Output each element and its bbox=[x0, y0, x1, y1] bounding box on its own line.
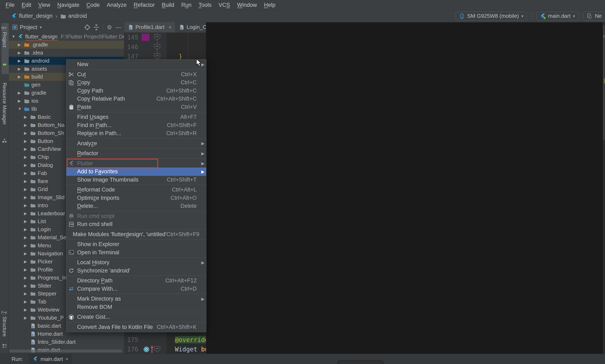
menu-item-new[interactable]: New▶ bbox=[66, 60, 206, 69]
expand-arrow-icon[interactable]: ▶ bbox=[18, 58, 24, 63]
chevron-down-icon[interactable]: ▾ bbox=[40, 25, 42, 30]
close-icon[interactable]: × bbox=[169, 24, 171, 30]
menu-item-reformat-code[interactable]: Reformat CodeCtrl+Alt+L bbox=[66, 186, 206, 194]
menubar-item-navigate[interactable]: Navigate bbox=[54, 2, 83, 8]
menu-item-copy-relative-path[interactable]: Copy Relative PathCtrl+Alt+Shift+C bbox=[66, 95, 206, 103]
menubar-item-refactor[interactable]: Refactor bbox=[130, 2, 158, 8]
menu-item-analyze[interactable]: Analyze▶ bbox=[66, 140, 206, 148]
expand-arrow-icon[interactable]: ▶ bbox=[24, 131, 30, 135]
stripe-tab-1-project[interactable]: 1: Project bbox=[2, 26, 7, 47]
menu-item-show-in-explorer[interactable]: Show in Explorer bbox=[66, 240, 206, 248]
expand-arrow-icon[interactable]: ▶ bbox=[18, 66, 24, 71]
color-preview-swatch[interactable] bbox=[142, 34, 149, 41]
fold-marker-icon[interactable] bbox=[154, 34, 161, 41]
expand-arrow-icon[interactable]: ▶ bbox=[24, 267, 30, 272]
close-icon[interactable]: × bbox=[65, 356, 68, 362]
menu-item-optimize-imports[interactable]: Optimize ImportsCtrl+Alt+O bbox=[66, 194, 206, 202]
menubar-item-analyze[interactable]: Analyze bbox=[103, 2, 130, 8]
expand-arrow-icon[interactable]: ▶ bbox=[18, 91, 24, 95]
expand-arrow-icon[interactable]: ▶ bbox=[24, 284, 30, 288]
expand-arrow-icon[interactable]: ▶ bbox=[24, 179, 30, 184]
implements-arrow-icon[interactable] bbox=[150, 345, 154, 353]
menu-item-make-modules-flutterdesign-untitled-[interactable]: Make Modules 'flutterdesign', 'untitled'… bbox=[66, 230, 206, 239]
expand-arrow-icon[interactable]: ▶ bbox=[18, 74, 24, 79]
hide-panel-button[interactable]: — bbox=[115, 24, 122, 31]
horizontal-scrollbar[interactable] bbox=[9, 350, 122, 352]
menu-item-directory-path[interactable]: Directory PathCtrl+Alt+F12 bbox=[66, 277, 206, 285]
expand-arrow-icon[interactable]: ▶ bbox=[18, 99, 24, 103]
menu-item-copy[interactable]: CopyCtrl+C bbox=[66, 78, 206, 87]
menubar-item-help[interactable]: Help bbox=[260, 2, 279, 8]
expand-arrow-icon[interactable]: ▶ bbox=[24, 299, 30, 304]
menu-item-refactor[interactable]: Refactor▶ bbox=[66, 149, 206, 158]
project-panel-title[interactable]: Project bbox=[20, 24, 37, 31]
expand-arrow-icon[interactable]: ▶ bbox=[24, 195, 30, 200]
locate-file-button[interactable] bbox=[84, 24, 91, 31]
menu-item-compare-with-[interactable]: Compare With...Ctrl+D bbox=[66, 285, 206, 293]
stripe-tab-7-structure[interactable]: 7: Structure bbox=[2, 311, 7, 337]
settings-gear-button[interactable]: ⚙ bbox=[106, 24, 113, 31]
expand-arrow-icon[interactable]: ▶ bbox=[24, 251, 30, 256]
device-selector[interactable]: SM G925W8 (mobile) ▾ bbox=[456, 12, 527, 21]
expand-arrow-icon[interactable]: ▶ bbox=[24, 147, 30, 151]
expand-arrow-icon[interactable]: ▶ bbox=[24, 139, 30, 143]
new-device-button[interactable]: Ne bbox=[583, 12, 605, 21]
expand-arrow-icon[interactable]: ▶ bbox=[24, 123, 30, 128]
menu-item-open-in-terminal[interactable]: Open in Terminal bbox=[66, 248, 206, 257]
expand-arrow-icon[interactable]: ▶ bbox=[18, 42, 24, 47]
fold-marker-icon[interactable] bbox=[154, 53, 161, 60]
menu-item-show-image-thumbnails[interactable]: Show Image ThumbnailsCtrl+Shift+T bbox=[66, 176, 206, 184]
fold-marker-icon[interactable] bbox=[154, 44, 161, 51]
expand-arrow-icon[interactable]: ▶ bbox=[24, 155, 30, 159]
menubar-item-window[interactable]: Window bbox=[234, 2, 260, 8]
run-tab[interactable]: main.dart × bbox=[29, 354, 72, 364]
menu-item-create-gist-[interactable]: Create Gist... bbox=[66, 313, 206, 321]
menu-item-synchronize-android-[interactable]: Synchronize 'android' bbox=[66, 267, 206, 275]
menu-item-find-usages[interactable]: Find UsagesAlt+F7 bbox=[66, 113, 206, 121]
tree-row-intro-slider-dart[interactable]: Intro_Slider.dart bbox=[9, 338, 124, 346]
expand-arrow-icon[interactable]: ▶ bbox=[24, 275, 30, 280]
tree-row--gradle[interactable]: ▶.gradle bbox=[9, 41, 124, 49]
expand-arrow-icon[interactable]: ▶ bbox=[24, 163, 30, 168]
menubar-item-build[interactable]: Build bbox=[158, 2, 178, 8]
breadcrumb-folder[interactable]: android bbox=[68, 13, 87, 19]
expand-arrow-icon[interactable]: ▶ bbox=[24, 211, 30, 216]
menu-item-delete-[interactable]: Delete...Delete bbox=[66, 202, 206, 210]
menu-item-copy-path[interactable]: Copy PathCtrl+Shift+C bbox=[66, 87, 206, 95]
expand-arrow-icon[interactable]: ▶ bbox=[24, 259, 30, 264]
expand-arrow-icon[interactable]: ▶ bbox=[24, 291, 30, 296]
menu-item-find-in-path-[interactable]: Find in Path...Ctrl+Shift+F bbox=[66, 121, 206, 130]
expand-arrow-icon[interactable]: ▶ bbox=[24, 187, 30, 192]
menubar-item-file[interactable]: File bbox=[2, 2, 18, 8]
cutoff-popup-button[interactable] bbox=[337, 361, 383, 364]
tree-row--idea[interactable]: ▶⚙.idea bbox=[9, 49, 124, 57]
expand-arrow-icon[interactable]: ▶ bbox=[24, 243, 30, 248]
menu-item-mark-directory-as[interactable]: Mark Directory as▶ bbox=[66, 295, 206, 303]
stripe-tab-resource-manager[interactable]: Resource Manager bbox=[2, 83, 7, 125]
menubar-item-code[interactable]: Code bbox=[83, 2, 103, 8]
expand-arrow-icon[interactable]: ▶ bbox=[18, 51, 24, 55]
menu-item-cut[interactable]: CutCtrl+X bbox=[66, 70, 206, 79]
expand-arrow-icon[interactable]: ▶ bbox=[24, 219, 30, 224]
collapse-all-button[interactable] bbox=[93, 24, 100, 31]
menu-item-local-history[interactable]: Local History▶ bbox=[66, 259, 206, 267]
override-gutter-icon[interactable] bbox=[143, 346, 149, 352]
expand-arrow-icon[interactable]: ▶ bbox=[24, 315, 30, 320]
menu-item-add-to-favorites[interactable]: Add to Favorites▶ bbox=[66, 168, 206, 176]
tree-row-flutter-design[interactable]: ▼flutter_designF:\Flutter Project\Flutte… bbox=[9, 33, 124, 41]
menu-item-paste[interactable]: PasteCtrl+V bbox=[66, 103, 206, 111]
expand-arrow-icon[interactable]: ▶ bbox=[24, 171, 30, 176]
breadcrumb-project[interactable]: flutter_design bbox=[19, 13, 53, 19]
menubar-item-tools[interactable]: Tools bbox=[195, 2, 215, 8]
menubar-item-vcs[interactable]: VCS bbox=[215, 2, 234, 8]
editor-tab-profile1-dart[interactable]: Profile1.dart× bbox=[124, 22, 175, 32]
expand-arrow-icon[interactable]: ▶ bbox=[24, 115, 30, 119]
menu-item-remove-bom[interactable]: Remove BOM bbox=[66, 303, 206, 311]
menubar-item-run[interactable]: Run bbox=[178, 2, 195, 8]
menubar-item-edit[interactable]: Edit bbox=[18, 2, 35, 8]
menu-item-run-cmd-shell[interactable]: CMDRun cmd shell bbox=[66, 220, 206, 229]
collapse-arrow-icon[interactable]: ▼ bbox=[18, 107, 24, 111]
expand-arrow-icon[interactable]: ▶ bbox=[24, 227, 30, 232]
menu-item-convert-java-file-to-kotlin-file[interactable]: Convert Java File to Kotlin FileCtrl+Alt… bbox=[66, 323, 206, 331]
expand-arrow-icon[interactable]: ▶ bbox=[24, 235, 30, 240]
